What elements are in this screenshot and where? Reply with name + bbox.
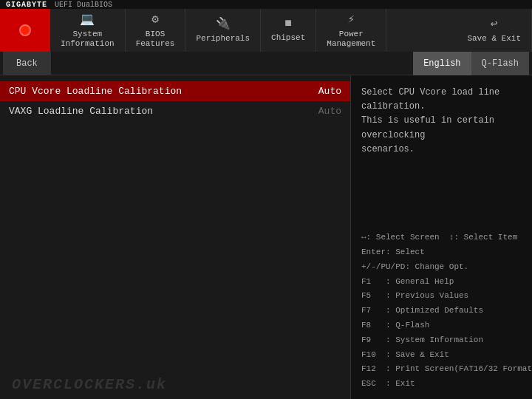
chipset-icon: ■ — [284, 17, 292, 30]
right-panel: Select CPU Vcore load line calibration. … — [351, 75, 532, 399]
description-text: Select CPU Vcore load line calibration. … — [361, 86, 532, 157]
help-line-2: +/-/PU/PD: Change Opt. — [361, 260, 532, 275]
tab-chipset[interactable]: ■ Chipset — [261, 9, 316, 52]
help-keys: ↔: Select Screen ↕: Select Item Enter: S… — [361, 231, 532, 392]
tab-peripherals[interactable]: 🔌 Peripherals — [185, 9, 261, 52]
help-line-f8: F8 : Q-Flash — [361, 318, 532, 333]
mit-tab[interactable] — [0, 9, 50, 52]
help-line-f10: F10 : Save & Exit — [361, 348, 532, 363]
cpu-vcore-value: Auto — [318, 86, 341, 97]
help-line-f1: F1 : General Help — [361, 275, 532, 290]
bios-features-icon: ⚙ — [151, 12, 159, 27]
tab-chipset-label: Chipset — [271, 33, 305, 43]
top-bar: GIGABYTE UEFI DualBIOS — [0, 0, 532, 9]
save-exit-icon: ↩ — [491, 16, 498, 31]
system-information-icon: 💻 — [80, 12, 95, 27]
help-line-f7: F7 : Optimized Defaults — [361, 304, 532, 318]
help-line-0: ↔: Select Screen ↕: Select Item — [361, 231, 532, 245]
qflash-button[interactable]: Q-Flash — [471, 52, 529, 75]
tab-save-exit-label: Save & Exit — [467, 34, 521, 44]
action-bar: Back English Q-Flash — [0, 52, 532, 75]
tab-save-exit[interactable]: ↩ Save & Exit — [457, 9, 532, 52]
back-button[interactable]: Back — [3, 52, 51, 75]
brand-label: GIGABYTE — [6, 1, 47, 9]
nav-tabs: 💻 SystemInformation ⚙ BIOSFeatures 🔌 Per… — [0, 9, 532, 52]
language-button[interactable]: English — [413, 52, 471, 75]
left-panel: CPU Vcore Loadline Calibration Auto VAXG… — [0, 75, 351, 399]
help-line-f9: F9 : System Information — [361, 333, 532, 348]
menu-item-vaxg[interactable]: VAXG Loadline Calibration Auto — [0, 101, 350, 121]
vaxg-label: VAXG Loadline Calibration — [9, 106, 318, 117]
peripherals-icon: 🔌 — [216, 16, 231, 31]
tab-bios-features-label: BIOSFeatures — [136, 30, 175, 49]
tab-power-management[interactable]: ⚡ PowerManagement — [316, 9, 386, 52]
help-line-1: Enter: Select — [361, 245, 532, 260]
help-line-f12: F12 : Print Screen(FAT16/32 Format Only) — [361, 362, 532, 377]
tab-system-information-label: SystemInformation — [61, 30, 115, 49]
vaxg-value: Auto — [318, 106, 341, 117]
menu-item-cpu-vcore[interactable]: CPU Vcore Loadline Calibration Auto — [0, 81, 350, 101]
power-management-icon: ⚡ — [347, 12, 355, 27]
cpu-vcore-label: CPU Vcore Loadline Calibration — [9, 86, 318, 97]
dual-bios-label: UEFI DualBIOS — [55, 1, 112, 9]
help-line-f5: F5 : Previous Values — [361, 289, 532, 304]
tab-peripherals-label: Peripherals — [196, 34, 250, 44]
main-content: CPU Vcore Loadline Calibration Auto VAXG… — [0, 75, 532, 399]
help-line-esc: ESC : Exit — [361, 377, 532, 392]
tab-system-information[interactable]: 💻 SystemInformation — [50, 9, 126, 52]
tab-bios-features[interactable]: ⚙ BIOSFeatures — [126, 9, 186, 52]
tab-power-management-label: PowerManagement — [327, 30, 375, 49]
mit-indicator — [19, 24, 31, 36]
